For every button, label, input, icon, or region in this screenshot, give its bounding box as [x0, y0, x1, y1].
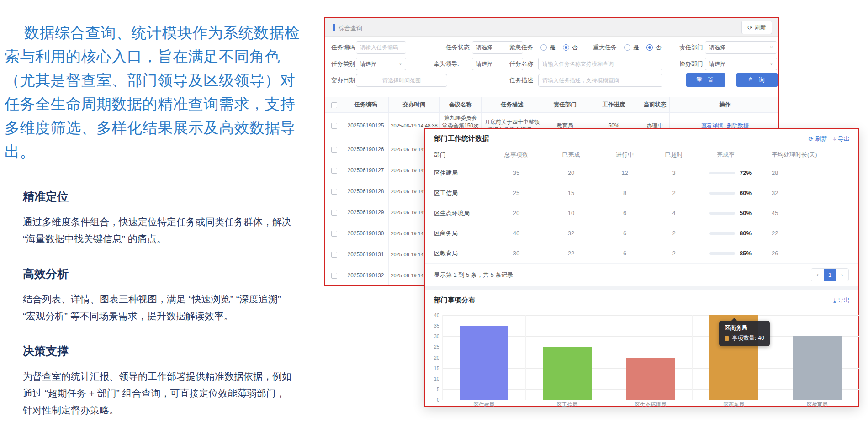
bar-区教育局[interactable] — [793, 336, 842, 400]
major-yes-label: 是 — [633, 43, 639, 52]
col-status: 当前状态 — [640, 97, 670, 113]
chevron-down-icon: ∨ — [399, 59, 402, 69]
task-name-label: 任务名称 — [509, 58, 533, 70]
cell-code: 202506190126 — [343, 139, 389, 160]
stats-row: 区商务局40326280%22 — [425, 223, 858, 243]
resp-dept-select[interactable]: 请选择∨ — [705, 41, 777, 54]
table-header-row: 任务编码 交办时间 会议名称 任务描述 责任部门 工作进度 当前状态 操作 — [325, 97, 780, 113]
feature-body: 通过多维度条件组合，快速定位特定任务或同类任务群体，解决 “海量数据中找关键信息… — [23, 213, 291, 247]
select-all-checkbox[interactable] — [331, 102, 337, 108]
download-icon: ⤓ — [833, 135, 836, 143]
task-status-label: 任务状态 — [446, 41, 470, 54]
urgent-no-radio[interactable] — [563, 44, 569, 51]
progress-bar — [709, 252, 735, 255]
chart-plot — [442, 315, 859, 400]
select-all-checkbox-cell — [325, 97, 343, 113]
stats-window: 部门工作统计数据 ⟳刷新 ⤓导出 部门 总事项数 已完成 进行中 已超时 完成率… — [424, 128, 859, 407]
row-checkbox[interactable] — [331, 123, 337, 129]
urgent-yes-radio[interactable] — [540, 44, 547, 51]
row-checkbox[interactable] — [331, 210, 337, 216]
stats-row: 区教育局30226285%26 — [425, 243, 858, 264]
x-tick-label: 区住建局 — [442, 402, 525, 408]
stats-footer: 显示第 1 到 5 条，共 5 条记录 ‹ 1 › — [425, 264, 858, 285]
cell-code: 202506190131 — [343, 244, 389, 265]
col-resp-dept: 责任部门 — [543, 97, 587, 113]
col-task-code: 任务编码 — [343, 97, 389, 113]
chart-export-link[interactable]: ⤓导出 — [833, 296, 850, 305]
page-1-button[interactable]: 1 — [824, 269, 836, 281]
row-checkbox[interactable] — [331, 168, 337, 174]
feature-body: 为督查室的统计汇报、领导的工作部署提供精准数据依据，例如通过 “超期任务 + 部… — [23, 368, 291, 418]
col-progress: 工作进度 — [587, 97, 640, 113]
refresh-button[interactable]: ⟳ 刷新 — [741, 21, 772, 34]
tooltip-value-text: 事项数量: 40 — [732, 334, 764, 342]
stats-export-link[interactable]: ⤓导出 — [833, 135, 850, 143]
col-task-desc: 任务描述 — [482, 97, 543, 113]
title-accent-bar — [333, 24, 335, 31]
x-tick-label: 区商务局 — [692, 402, 775, 408]
major-yes-radio[interactable] — [624, 44, 630, 51]
col-operations: 操作 — [670, 97, 780, 113]
dept-distribution-chart: 部门事项分布 ⤓导出 0510152025303540 区住建局区工信局区生态环… — [425, 290, 858, 406]
row-checkbox[interactable] — [331, 252, 337, 258]
next-page-button[interactable]: › — [836, 269, 848, 281]
section-divider — [425, 286, 858, 290]
task-desc-input[interactable]: 请输入任务描述，支持模糊查询 — [538, 74, 662, 87]
task-code-input[interactable]: 请输入任务编码 — [356, 41, 406, 54]
stats-row: 区工信局25158260%32 — [425, 183, 858, 203]
major-task-label: 重大任务 — [593, 41, 617, 54]
row-checkbox[interactable] — [331, 147, 337, 153]
row-checkbox[interactable] — [331, 189, 337, 195]
pagination: ‹ 1 › — [811, 268, 849, 281]
reset-button[interactable]: 重 置 — [686, 73, 725, 87]
feature-body: 结合列表、详情、图表三种视图，满足 “快速浏览” “深度追溯” “宏观分析” 等… — [23, 291, 291, 324]
stats-refresh-link[interactable]: ⟳刷新 — [808, 135, 827, 143]
stats-row: 区住建局352012372%28 — [425, 163, 858, 183]
cell-code: 202506190130 — [343, 223, 389, 244]
y-tick-label: 30 — [434, 333, 439, 339]
tooltip-title: 区商务局 — [725, 324, 764, 332]
chart-tooltip: 区商务局 事项数量: 40 — [719, 321, 770, 346]
download-icon: ⤓ — [833, 297, 836, 304]
y-tick-label: 0 — [437, 397, 439, 402]
task-name-input[interactable]: 请输入任务名称支持模糊查询 — [538, 58, 662, 70]
task-type-select[interactable]: 请选择∨ — [356, 58, 406, 70]
urgent-yes-label: 是 — [550, 43, 556, 52]
refresh-icon: ⟳ — [747, 24, 752, 31]
chevron-down-icon: ∨ — [770, 59, 773, 69]
query-window-title: 综合查询 — [339, 24, 362, 32]
urgent-task-label: 紧急任务 — [509, 41, 533, 54]
feature-title: 决策支撑 — [23, 344, 291, 359]
y-tick-label: 35 — [434, 323, 439, 328]
bar-区生态环境局[interactable] — [626, 358, 675, 400]
co-dept-label: 协办部门 — [679, 58, 703, 70]
row-action-link[interactable]: 查看详情 — [701, 122, 723, 129]
bar-区住建局[interactable] — [460, 326, 508, 400]
row-checkbox[interactable] — [331, 273, 337, 279]
cell-code: 202506190125 — [343, 113, 389, 139]
major-no-label: 否 — [656, 43, 662, 52]
major-no-radio[interactable] — [646, 44, 653, 51]
col-assign-time: 交办时间 — [389, 97, 440, 113]
assign-date-input[interactable]: 请选择时间范围 — [356, 74, 447, 87]
task-code-label: 任务编码 — [331, 41, 355, 54]
chevron-down-icon: ∨ — [770, 43, 773, 53]
cell-code: 202506190132 — [343, 265, 389, 286]
search-button[interactable]: 查 询 — [736, 73, 778, 87]
stats-table-header: 部门 总事项数 已完成 进行中 已超时 完成率 平均处理时长(天) — [425, 147, 858, 163]
prev-page-button[interactable]: ‹ — [811, 269, 824, 281]
left-text-panel: 数据综合查询、统计模块作为系统数据检索与利用的核心入口，旨在满足不同角色（尤其是… — [5, 21, 310, 423]
bar-区工信局[interactable] — [543, 347, 592, 400]
y-tick-label: 5 — [437, 386, 439, 392]
tooltip-series-marker — [725, 336, 729, 341]
major-task-radios: 是 否 — [624, 41, 666, 54]
y-tick-label: 40 — [434, 312, 439, 318]
row-checkbox[interactable] — [331, 231, 337, 237]
x-tick-label: 区教育局 — [776, 402, 859, 408]
co-dept-select[interactable]: 请选择∨ — [705, 58, 777, 70]
resp-dept-label: 责任部门 — [679, 41, 703, 54]
progress-bar — [709, 192, 735, 195]
assign-date-label: 交办日期 — [331, 74, 355, 87]
row-action-link[interactable]: 删除数据 — [727, 122, 749, 129]
stats-row: 区生态环境局20106450%45 — [425, 203, 858, 223]
